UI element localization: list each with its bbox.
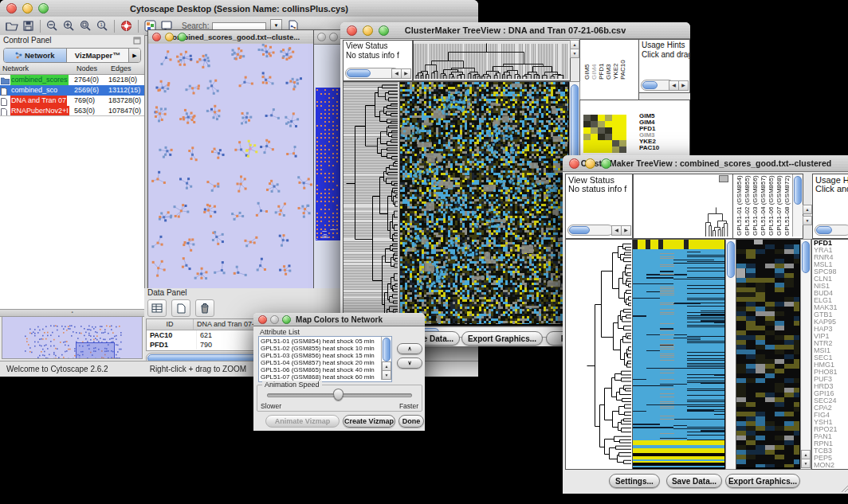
tv2-column-label[interactable]: GPL51-04 (GSM857): [760, 175, 767, 236]
scroll-down-arrow-icon[interactable]: ▼: [570, 49, 579, 58]
scroll-down-arrow-icon[interactable]: ▼: [803, 216, 812, 225]
network-name-cell[interactable]: combined_scores: [0, 75, 74, 85]
tv1-column-label[interactable]: GIM5: [583, 64, 591, 80]
attribute-list-item[interactable]: GPL51-07 (GSM868) heat shock 60 min: [259, 373, 382, 381]
zoom-button[interactable]: [282, 315, 291, 324]
frame-close-button[interactable]: [317, 33, 326, 41]
tv2-button-0[interactable]: Settings...: [609, 474, 660, 488]
resize-grip[interactable]: [839, 483, 848, 493]
frame-minimize-button[interactable]: [165, 33, 174, 41]
frame-minimize-button[interactable]: [329, 33, 338, 41]
zoom-button[interactable]: [601, 158, 611, 169]
minimize-button[interactable]: [22, 3, 33, 14]
zoom-actual-size-icon[interactable]: 1: [94, 19, 111, 33]
attribute-list-item[interactable]: GPL51-03 (GSM856) heat shock 15 min: [259, 352, 382, 359]
close-button[interactable]: [258, 315, 267, 324]
move-down-button[interactable]: ∨: [397, 357, 422, 369]
zoom-selected-icon[interactable]: [77, 19, 94, 33]
network-list-empty-area[interactable]: [0, 115, 144, 310]
col-nodes[interactable]: Nodes: [77, 64, 111, 74]
scroll-up-arrow-icon[interactable]: ▲: [803, 205, 812, 214]
done-button[interactable]: Done: [398, 415, 424, 428]
animation-slider-thumb[interactable]: [333, 389, 344, 400]
col-edges[interactable]: Edges: [111, 64, 144, 74]
scroll-down-arrow-icon[interactable]: ▼: [382, 370, 391, 380]
animate-vizmap-button[interactable]: Animate Vizmap: [265, 415, 340, 428]
view-status-hscrollbar[interactable]: [567, 225, 614, 236]
network-table-row[interactable]: DNA and Tran 07769(0)183728(0): [0, 96, 144, 106]
zoom-button[interactable]: [38, 3, 49, 14]
tv2-gene-labels[interactable]: PFD1YRA1RNR4MSL1SPC98CLN1NIS1BUD4ELG1MAK…: [811, 239, 848, 470]
attribute-list-item[interactable]: GPL51-04 (GSM857) heat shock 20 min: [259, 359, 382, 366]
tv2-column-dendrogram[interactable]: [633, 174, 733, 239]
create-vizmap-button[interactable]: Create Vizmap: [343, 415, 395, 428]
network-table-row[interactable]: combined_sco2569(6)13112(15): [0, 85, 144, 96]
tv1-column-label[interactable]: PAC10: [619, 60, 626, 80]
tab-vizmapper[interactable]: VizMapper™: [67, 49, 129, 62]
tv1-row-label[interactable]: PAC10: [639, 145, 659, 151]
tv1-row-dendrogram[interactable]: [343, 81, 400, 326]
network-table-row[interactable]: combined_scores2764(0)16218(0): [0, 75, 144, 85]
move-up-button[interactable]: ∧: [397, 343, 422, 354]
col-network[interactable]: Network: [0, 64, 77, 74]
attribute-list-vscrollbar[interactable]: ▲ ▼: [381, 337, 391, 380]
tv1-heatmap[interactable]: [399, 81, 571, 326]
scroll-right-arrow-icon[interactable]: ▶: [621, 225, 631, 236]
float-panel-icon[interactable]: [133, 37, 141, 45]
dialog-titlebar[interactable]: Map Colors to Network: [253, 313, 425, 326]
help-lifering-icon[interactable]: [118, 19, 135, 33]
treeview1-titlebar[interactable]: ClusterMaker TreeView : DNA and Tran 07-…: [340, 22, 690, 39]
tv2-row-dendrogram[interactable]: [565, 239, 634, 470]
minimize-button[interactable]: [585, 158, 595, 169]
tv2-button-2[interactable]: Export Graphics...: [725, 474, 800, 488]
treeview2-titlebar[interactable]: ClusterMaker TreeView : combined_scores_…: [563, 155, 848, 172]
tv1-column-labels-panel[interactable]: GIM5GIM4PFD1GIM3YKE2PAC10: [579, 39, 639, 101]
main-titlebar[interactable]: Cytoscape Desktop (Session Name: collins…: [0, 0, 478, 18]
tv2-column-label[interactable]: GPL51-08 (GSM872): [783, 175, 791, 236]
tv1-button-1[interactable]: Export Graphics...: [461, 331, 543, 346]
minimize-button[interactable]: [270, 315, 279, 324]
tv1-similarity-matrix[interactable]: [583, 115, 626, 153]
attribute-list-item[interactable]: GPL51-02 (GSM855) heat shock 10 min: [259, 345, 382, 352]
close-button[interactable]: [6, 3, 17, 14]
close-button[interactable]: [347, 25, 357, 36]
tv1-column-label[interactable]: YKE2: [612, 64, 619, 80]
close-button[interactable]: [569, 158, 579, 169]
tv2-column-label[interactable]: GPL51-02 (GSM855): [744, 175, 751, 236]
tv1-column-label[interactable]: GIM3: [605, 64, 612, 80]
frame-close-button[interactable]: [152, 33, 161, 41]
tv2-zoom-heatmap[interactable]: [736, 239, 802, 470]
network-overview-panel[interactable]: [2, 316, 143, 359]
zoom-button[interactable]: [379, 25, 389, 36]
attribute-listbox[interactable]: GPL51-01 (GSM854) heat shock 05 minGPL51…: [258, 336, 392, 382]
gene-label[interactable]: MON2: [814, 462, 848, 469]
attribute-table-icon[interactable]: [147, 299, 167, 317]
tv2-zoom-vscrollbar[interactable]: ▲ ▼: [800, 239, 811, 470]
tab-network[interactable]: Network: [4, 49, 67, 62]
tv2-column-label[interactable]: GPL51-06 (GSM865): [768, 175, 775, 236]
zoom-out-icon[interactable]: [44, 19, 61, 33]
tv2-column-labels-panel[interactable]: GPL51-01 (GSM854)GPL51-02 (GSM855)GPL51-…: [732, 174, 803, 239]
tv2-collabels-vscrollbar[interactable]: [792, 174, 803, 236]
tv2-heatmap-vscrollbar[interactable]: [725, 239, 736, 470]
zoom-in-icon[interactable]: [61, 19, 77, 33]
tab-overflow-arrow[interactable]: ▶: [128, 49, 140, 62]
network-view-titlebar[interactable]: combined_scores_good.txt--cluste...: [148, 30, 320, 45]
frame-zoom-button[interactable]: [178, 33, 186, 41]
save-icon[interactable]: [20, 19, 37, 33]
usage-hints-hscrollbar[interactable]: [815, 225, 848, 236]
network-table-header[interactable]: Network Nodes Edges: [0, 64, 144, 75]
dp-col-id[interactable]: ID: [147, 319, 194, 330]
scroll-right-arrow-icon[interactable]: ▶: [678, 80, 689, 91]
open-folder-icon[interactable]: [3, 19, 20, 33]
attribute-list-item[interactable]: GPL51-01 (GSM854) heat shock 05 min: [259, 338, 382, 345]
scroll-right-arrow-icon[interactable]: ▶: [401, 68, 411, 79]
tv2-column-label[interactable]: GPL51-03 (GSM856): [752, 175, 759, 236]
tv2-column-label[interactable]: GPL51-01 (GSM854): [736, 175, 743, 236]
delete-attribute-trash-icon[interactable]: [195, 299, 214, 317]
network-name-cell[interactable]: combined_sco: [0, 85, 74, 96]
minimize-button[interactable]: [363, 25, 373, 36]
tv2-button-1[interactable]: Save Data...: [666, 474, 722, 488]
tv1-column-dendrogram[interactable]: [413, 40, 571, 81]
tv1-column-label[interactable]: GIM4: [591, 64, 598, 80]
